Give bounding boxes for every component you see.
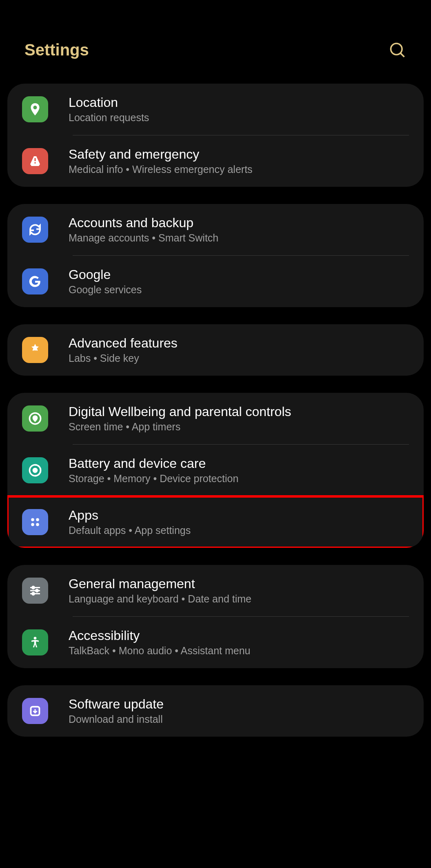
wellbeing-icon: [22, 405, 48, 432]
svg-point-0: [391, 43, 402, 55]
settings-group: Location Location requests Safety and em…: [7, 84, 424, 187]
settings-item-text: Apps Default apps • App settings: [69, 508, 409, 536]
apps-icon: [22, 509, 48, 535]
settings-item-wellbeing[interactable]: Digital Wellbeing and parental controls …: [7, 393, 424, 444]
accessibility-icon: [22, 629, 48, 655]
settings-item-subtitle: Manage accounts • Smart Switch: [69, 232, 409, 244]
settings-item-subtitle: Default apps • App settings: [69, 525, 409, 536]
google-icon: [22, 268, 48, 294]
svg-point-13: [36, 589, 38, 592]
settings-item-advanced[interactable]: Advanced features Labs • Side key: [7, 324, 424, 376]
settings-item-accounts[interactable]: Accounts and backup Manage accounts • Sm…: [7, 204, 424, 255]
svg-point-6: [36, 518, 39, 521]
settings-item-title: Accessibility: [69, 628, 409, 643]
header: Settings: [0, 0, 431, 84]
settings-item-safety[interactable]: Safety and emergency Medical info • Wire…: [7, 135, 424, 187]
settings-item-title: Software update: [69, 697, 409, 712]
settings-item-title: Battery and device care: [69, 456, 409, 471]
settings-item-subtitle: Language and keyboard • Date and time: [69, 593, 409, 605]
settings-group: General management Language and keyboard…: [7, 565, 424, 668]
update-icon: [22, 698, 48, 724]
svg-point-15: [34, 637, 37, 640]
settings-item-subtitle: Screen time • App timers: [69, 421, 409, 433]
settings-item-subtitle: Download and install: [69, 713, 409, 725]
settings-group: Software update Download and install: [7, 685, 424, 737]
settings-item-text: Google Google services: [69, 267, 409, 296]
settings-item-title: Accounts and backup: [69, 215, 409, 230]
settings-item-text: Software update Download and install: [69, 697, 409, 725]
settings-item-subtitle: Storage • Memory • Device protection: [69, 473, 409, 485]
settings-list: Location Location requests Safety and em…: [0, 84, 431, 737]
settings-item-text: Accessibility TalkBack • Mono audio • As…: [69, 628, 409, 657]
settings-item-subtitle: Location requests: [69, 112, 409, 124]
svg-point-4: [33, 469, 37, 472]
settings-item-subtitle: Labs • Side key: [69, 352, 409, 364]
settings-item-battery[interactable]: Battery and device care Storage • Memory…: [7, 445, 424, 496]
advanced-icon: [22, 337, 48, 363]
settings-item-general[interactable]: General management Language and keyboard…: [7, 565, 424, 616]
settings-group: Digital Wellbeing and parental controls …: [7, 393, 424, 548]
settings-group: Advanced features Labs • Side key: [7, 324, 424, 376]
location-icon: [22, 96, 48, 122]
settings-item-subtitle: Google services: [69, 284, 409, 296]
settings-item-software-update[interactable]: Software update Download and install: [7, 685, 424, 737]
settings-item-subtitle: TalkBack • Mono audio • Assistant menu: [69, 645, 409, 657]
svg-line-1: [400, 53, 404, 57]
settings-item-text: Location Location requests: [69, 95, 409, 124]
page-title: Settings: [24, 41, 89, 59]
settings-item-text: Advanced features Labs • Side key: [69, 336, 409, 364]
svg-point-12: [32, 587, 35, 589]
sync-icon: [22, 217, 48, 243]
settings-item-title: Location: [69, 95, 409, 110]
settings-item-google[interactable]: Google Google services: [7, 256, 424, 307]
settings-item-apps[interactable]: Apps Default apps • App settings: [7, 496, 424, 548]
emergency-icon: [22, 148, 48, 174]
settings-item-text: Digital Wellbeing and parental controls …: [69, 404, 409, 433]
settings-group: Accounts and backup Manage accounts • Sm…: [7, 204, 424, 307]
settings-item-location[interactable]: Location Location requests: [7, 84, 424, 135]
svg-point-14: [32, 593, 35, 595]
settings-item-title: Safety and emergency: [69, 147, 409, 162]
settings-item-text: Safety and emergency Medical info • Wire…: [69, 147, 409, 175]
settings-item-title: Apps: [69, 508, 409, 523]
settings-item-text: General management Language and keyboard…: [69, 576, 409, 605]
settings-item-accessibility[interactable]: Accessibility TalkBack • Mono audio • As…: [7, 617, 424, 668]
search-button[interactable]: [389, 41, 407, 59]
settings-item-title: Google: [69, 267, 409, 282]
settings-item-subtitle: Medical info • Wireless emergency alerts: [69, 164, 409, 175]
svg-point-7: [31, 523, 34, 526]
general-icon: [22, 578, 48, 604]
settings-item-text: Battery and device care Storage • Memory…: [69, 456, 409, 485]
battery-icon: [22, 457, 48, 483]
svg-point-5: [31, 518, 34, 521]
settings-item-text: Accounts and backup Manage accounts • Sm…: [69, 215, 409, 244]
settings-item-title: Advanced features: [69, 336, 409, 351]
settings-item-title: General management: [69, 576, 409, 591]
search-icon: [389, 41, 407, 59]
settings-item-title: Digital Wellbeing and parental controls: [69, 404, 409, 419]
svg-point-8: [36, 523, 39, 526]
